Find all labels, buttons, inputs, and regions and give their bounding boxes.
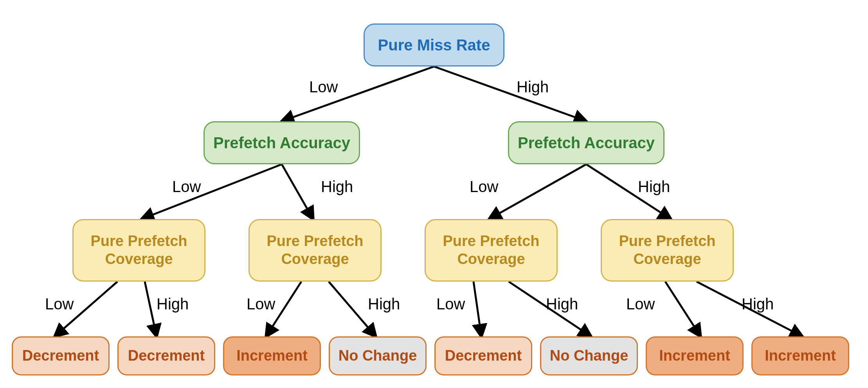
edge-l2l-left: Low	[172, 178, 201, 196]
edge-n0-right: High	[157, 295, 189, 313]
edge-n0-left: Low	[45, 295, 74, 313]
l3-n0-node: Pure Prefetch Coverage	[72, 219, 205, 282]
svg-line-0	[282, 66, 434, 121]
l2-right-node: Prefetch Accuracy	[508, 121, 665, 164]
leaf-0: Decrement	[12, 336, 110, 375]
edge-n1-left: Low	[247, 295, 275, 313]
svg-line-3	[282, 164, 313, 219]
edge-l2l-right: High	[321, 178, 353, 196]
leaf-6: Increment	[646, 336, 744, 375]
l3-n2-node: Pure Prefetch Coverage	[425, 219, 558, 282]
edge-l2r-left: Low	[470, 178, 498, 196]
svg-line-1	[434, 66, 586, 121]
l3-n1-node: Pure Prefetch Coverage	[249, 219, 382, 282]
svg-line-7	[145, 282, 157, 336]
l2-left-node: Prefetch Accuracy	[203, 121, 360, 164]
edge-l2r-right: High	[638, 178, 670, 196]
svg-line-2	[142, 164, 282, 219]
leaf-5: No Change	[540, 336, 638, 375]
edge-root-right: High	[517, 78, 549, 96]
svg-line-10	[474, 282, 481, 336]
edge-n2-left: Low	[436, 295, 465, 313]
svg-line-12	[665, 282, 701, 336]
leaf-1: Decrement	[117, 336, 215, 375]
leaf-4: Decrement	[434, 336, 532, 375]
edge-n3-left: Low	[626, 295, 655, 313]
leaf-2: Increment	[223, 336, 321, 375]
root-node: Pure Miss Rate	[364, 23, 504, 66]
edge-n3-right: High	[742, 295, 774, 313]
leaf-7: Increment	[751, 336, 849, 375]
l3-n3-node: Pure Prefetch Coverage	[601, 219, 734, 282]
edge-root-left: Low	[309, 78, 338, 96]
leaf-3: No Change	[329, 336, 427, 375]
edge-n2-right: High	[546, 295, 578, 313]
edge-n1-right: High	[368, 295, 400, 313]
svg-line-4	[489, 164, 586, 219]
